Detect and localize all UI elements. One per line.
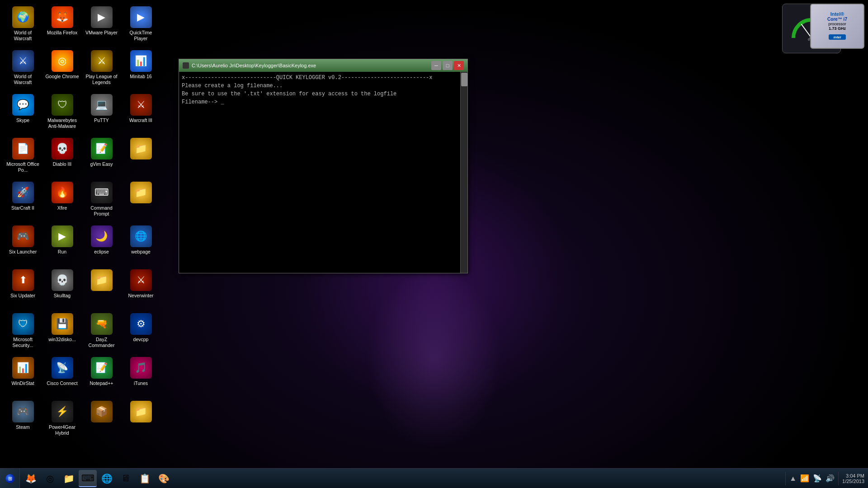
- desktop-icon-diablo[interactable]: 💀 Diablo III: [43, 135, 81, 178]
- icon-img-quicktime: ▶: [130, 6, 152, 28]
- desktop-icon-windirstat[interactable]: 📊 WinDirStat: [4, 354, 42, 397]
- taskbar-item-monitor-tb[interactable]: 🖥: [117, 470, 135, 487]
- desktop-icon-xfire[interactable]: 🔥 Xfire: [43, 179, 81, 222]
- desktop-icon-skype[interactable]: 💬 Skype: [4, 91, 42, 134]
- desktop-icons-area: 🌍 World of Warcraft 🦊 Mozilla Firefox ▶ …: [0, 0, 172, 371]
- icon-img-lol: ⚔: [91, 50, 113, 72]
- taskbar-item-firefox2-tb[interactable]: 🌐: [98, 470, 116, 487]
- cmd-title-icon: [183, 62, 189, 69]
- icon-label-eclipse: eclipse: [94, 249, 109, 255]
- tray-network[interactable]: 📶: [800, 474, 809, 483]
- desktop-icon-webpage[interactable]: 🌐 webpage: [122, 223, 160, 266]
- icon-label-warcraft3: Warcraft III: [129, 117, 152, 123]
- icon-img-putty: 💻: [91, 94, 113, 116]
- desktop-icon-mssec[interactable]: 🛡 Microsoft Security...: [4, 310, 42, 353]
- desktop-icon-office[interactable]: 📄 Microsoft Office Po...: [4, 135, 42, 178]
- desktop-icon-lol[interactable]: ⚔ Play League of Legends: [82, 47, 121, 90]
- svg-text:intel: intel: [834, 35, 841, 39]
- taskbar-item-chrome-tb[interactable]: ◎: [41, 470, 59, 487]
- icon-img-webpage: 🌐: [130, 225, 152, 247]
- desktop-icon-sixup[interactable]: ⬆ Six Updater: [4, 267, 42, 310]
- icon-label-neverwinter: Neverwinter: [128, 293, 153, 299]
- desktop-icon-notepad[interactable]: 📝 Notepad++: [82, 354, 121, 397]
- intel-model: Core™ i7: [827, 17, 847, 22]
- icon-label-sixup: Six Updater: [10, 293, 35, 299]
- icon-label-skulltag: Skulltag: [54, 293, 71, 299]
- cmd-titlebar[interactable]: C:\Users\Aurelio Jn\Desktop\Keylogger\Ba…: [179, 59, 467, 72]
- icon-img-power4: ⚡: [52, 401, 73, 422]
- desktop-icon-folder1[interactable]: 📁: [122, 135, 160, 178]
- intel-svg-logo: intel: [828, 32, 846, 41]
- taskbar-item-explorer-tb[interactable]: 📁: [60, 470, 78, 487]
- icon-img-firefox: 🦊: [52, 6, 73, 28]
- desktop-icon-winzip2[interactable]: 📦: [82, 398, 121, 441]
- start-button[interactable]: ⊞: [0, 469, 20, 488]
- icon-img-cmd: ⌨: [91, 182, 113, 203]
- desktop-icon-malware[interactable]: 🛡 Malwarebytes Anti-Malware: [43, 91, 81, 134]
- desktop-icon-skulltag[interactable]: 💀 Skulltag: [43, 267, 81, 310]
- tray-arrow[interactable]: ▲: [789, 474, 797, 483]
- desktop-icon-folder2[interactable]: 📁: [122, 179, 160, 222]
- desktop-icon-six[interactable]: 🎮 Six Launcher: [4, 223, 42, 266]
- desktop-icon-warcraft3[interactable]: ⚔ Warcraft III: [122, 91, 160, 134]
- icon-img-skulltag: 💀: [52, 269, 73, 291]
- clock-time: 3:04 PM: [842, 473, 864, 479]
- desktop-icon-folder3[interactable]: 📁: [82, 267, 121, 310]
- desktop-icon-power4[interactable]: ⚡ Power4Gear Hybrid: [43, 398, 81, 441]
- icon-img-minitab: 📊: [130, 50, 152, 72]
- taskbar-item-cmd-tb[interactable]: ⌨: [79, 470, 97, 487]
- icon-img-folder2: 📁: [130, 182, 152, 203]
- desktop-icon-minitab[interactable]: 📊 Minitab 16: [122, 47, 160, 90]
- cmd-maximize-button[interactable]: □: [443, 61, 453, 70]
- desktop-icon-quicktime[interactable]: ▶ QuickTime Player: [122, 4, 160, 47]
- icon-label-webpage: webpage: [131, 249, 151, 255]
- cmd-scrollbar-thumb[interactable]: [461, 73, 467, 86]
- taskbar-item-paint-tb[interactable]: 🎨: [155, 470, 173, 487]
- icon-label-sc2: StarCraft II: [11, 205, 34, 211]
- icon-label-six: Six Launcher: [9, 249, 37, 255]
- cmd-close-button[interactable]: ✕: [454, 61, 464, 70]
- taskbar-item-firefox-tb[interactable]: 🦊: [22, 470, 40, 487]
- desktop-icon-run[interactable]: ▶ Run: [43, 223, 81, 266]
- cmd-scrollbar[interactable]: [460, 72, 467, 273]
- icon-img-gvim: 📝: [91, 138, 113, 160]
- tray-volume[interactable]: 🔊: [826, 474, 835, 483]
- desktop-icon-dayz[interactable]: 🔫 DayZ Commander: [82, 310, 121, 353]
- desktop-icon-itunes[interactable]: 🎵 iTunes: [122, 354, 160, 397]
- cmd-line2: Please create a log filename...: [182, 82, 465, 90]
- icon-img-steam: 🎮: [12, 401, 34, 422]
- desktop-icon-gvim[interactable]: 📝 gVim Easy: [82, 135, 121, 178]
- cmd-minimize-button[interactable]: ─: [431, 61, 441, 70]
- desktop-icon-putty[interactable]: 💻 PuTTY: [82, 91, 121, 134]
- icon-img-windirstat: 📊: [12, 357, 34, 379]
- icon-img-cisco: 📡: [52, 357, 73, 379]
- icon-label-cmd: Command Prompt: [84, 205, 119, 216]
- icon-label-steam: Steam: [16, 424, 29, 430]
- icon-img-vmware: ▶: [91, 6, 113, 28]
- desktop-icon-steam[interactable]: 🎮 Steam: [4, 398, 42, 441]
- desktop-icon-chrome[interactable]: ◎ Google Chrome: [43, 47, 81, 90]
- icon-img-mssec: 🛡: [12, 313, 34, 335]
- desktop-icon-cisco[interactable]: 📡 Cisco Connect: [43, 354, 81, 397]
- desktop-icon-wow2[interactable]: ⚔ World of Warcraft: [4, 47, 42, 90]
- icon-label-gvim: gVim Easy: [90, 161, 113, 167]
- icon-img-folder3: 📁: [91, 269, 113, 291]
- desktop-icon-eclipse[interactable]: 🌙 eclipse: [82, 223, 121, 266]
- cmd-title-area: C:\Users\Aurelio Jn\Desktop\Keylogger\Ba…: [183, 62, 316, 69]
- desktop-icon-vmware[interactable]: ▶ VMware Player: [82, 4, 121, 47]
- desktop-icon-win32[interactable]: 💾 win32disko...: [43, 310, 81, 353]
- desktop-icon-cmd[interactable]: ⌨ Command Prompt: [82, 179, 121, 222]
- icon-img-wow2: ⚔: [12, 50, 34, 72]
- cmd-window[interactable]: C:\Users\Aurelio Jn\Desktop\Keylogger\Ba…: [179, 59, 468, 273]
- desktop-icon-firefox[interactable]: 🦊 Mozilla Firefox: [43, 4, 81, 47]
- icon-label-devcpp: devcpp: [133, 337, 149, 343]
- icon-label-lol: Play League of Legends: [84, 74, 119, 85]
- desktop-icon-wow[interactable]: 🌍 World of Warcraft: [4, 4, 42, 47]
- tray-wifi[interactable]: 📡: [813, 474, 822, 483]
- desktop-icon-folder4[interactable]: 📁: [122, 398, 160, 441]
- desktop-icon-devcpp[interactable]: ⚙ devcpp: [122, 310, 160, 353]
- desktop-icon-sc2[interactable]: 🚀 StarCraft II: [4, 179, 42, 222]
- taskbar: ⊞ 🦊◎📁⌨🌐🖥📋🎨 ▲ 📶 📡 🔊 3:04 PM 1/25/2013: [0, 468, 868, 488]
- desktop-icon-neverwinter[interactable]: ⚔ Neverwinter: [122, 267, 160, 310]
- taskbar-item-task-tb[interactable]: 📋: [136, 470, 154, 487]
